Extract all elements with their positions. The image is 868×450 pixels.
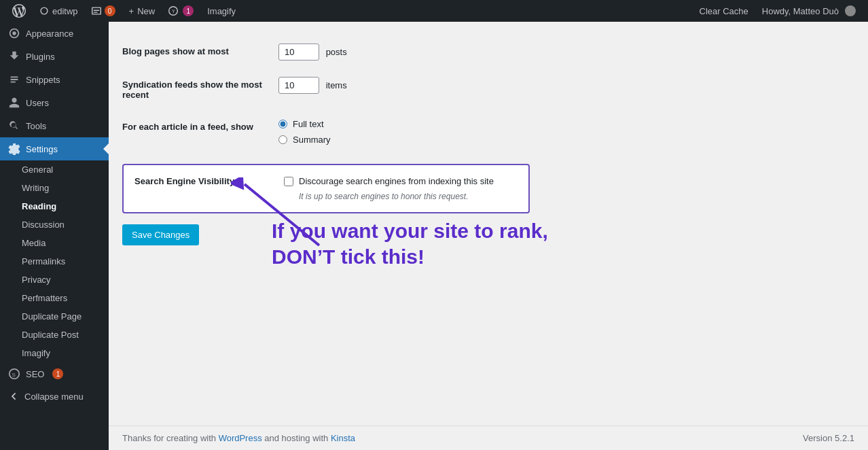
adminbar-right: Clear Cache Howdy, Matteo Duò	[693, 0, 863, 22]
feed-summary-label: Summary	[293, 135, 331, 145]
yoast-badge: 1	[183, 5, 194, 16]
submenu-permalinks[interactable]: Permalinks	[0, 252, 109, 271]
kinsta-link[interactable]: Kinsta	[331, 433, 355, 443]
feed-full-text-option[interactable]: Full text	[278, 119, 591, 129]
syndication-input[interactable]	[278, 77, 319, 94]
blog-pages-unit: posts	[326, 47, 347, 57]
clear-cache-button[interactable]: Clear Cache	[693, 0, 755, 22]
plugins-label: Plugins	[26, 52, 55, 62]
feed-article-cell: Full text Summary	[272, 111, 598, 153]
syndication-unit: items	[326, 80, 347, 90]
svg-point-2	[12, 31, 16, 35]
syndication-label: Syndication feeds show the most recent	[122, 69, 272, 111]
wordpress-link[interactable]: WordPress	[219, 433, 262, 443]
feed-article-label: For each article in a feed, show	[122, 111, 272, 153]
feed-article-row: For each article in a feed, show Full te…	[122, 111, 598, 153]
appearance-label: Appearance	[26, 29, 73, 39]
feed-summary-radio[interactable]	[278, 135, 287, 144]
syndication-cell: items	[272, 69, 598, 111]
blog-pages-cell: posts	[272, 35, 598, 69]
feed-full-text-radio[interactable]	[278, 120, 287, 128]
settings-label: Settings	[26, 144, 58, 154]
comments-button[interactable]: 0	[85, 0, 122, 22]
main-content: Blog pages show at most posts Syndicatio…	[109, 22, 868, 426]
footer-thanks: Thanks for creating with	[122, 433, 219, 443]
submenu-reading[interactable]: Reading	[0, 197, 109, 215]
new-icon: +	[129, 6, 134, 16]
sidebar-item-settings[interactable]: Settings	[0, 137, 109, 160]
wp-footer: Thanks for creating with WordPress and h…	[109, 426, 868, 450]
submenu-perfmatters[interactable]: Perfmatters	[0, 289, 109, 307]
settings-arrow	[103, 143, 109, 154]
svg-text:S: S	[12, 372, 16, 378]
footer-left: Thanks for creating with WordPress and h…	[122, 433, 355, 443]
sidebar-item-seo[interactable]: S SEO 1	[0, 362, 109, 385]
wp-logo-button[interactable]	[5, 0, 33, 22]
admin-bar: editwp 0 + New Y 1 Imagify Clear Cache H…	[0, 0, 868, 22]
submenu-duplicate-post[interactable]: Duplicate Post	[0, 326, 109, 344]
seo-label: SEO	[26, 369, 44, 379]
footer-and: and hosting with	[262, 433, 331, 443]
howdy-label: Howdy, Matteo Duò	[762, 6, 839, 16]
collapse-label: Collapse menu	[24, 392, 84, 402]
settings-submenu: General Writing Reading Discussion Media…	[0, 160, 109, 362]
snippets-label: Snippets	[26, 75, 60, 85]
howdy-menu[interactable]: Howdy, Matteo Duò	[755, 0, 863, 22]
submenu-privacy[interactable]: Privacy	[0, 271, 109, 289]
collapse-menu-button[interactable]: Collapse menu	[0, 385, 109, 407]
admin-menu: Appearance Plugins Snippets Users Tools …	[0, 22, 109, 450]
blog-pages-row: Blog pages show at most posts	[122, 35, 598, 69]
wp-layout: Appearance Plugins Snippets Users Tools …	[0, 22, 868, 450]
clear-cache-label: Clear Cache	[700, 6, 748, 16]
new-label: New	[137, 6, 155, 16]
form-table: Blog pages show at most posts Syndicatio…	[122, 35, 598, 153]
imagify-button[interactable]: Imagify	[200, 0, 242, 22]
seo-badge: 1	[52, 368, 63, 379]
submenu-writing[interactable]: Writing	[0, 179, 109, 197]
tools-label: Tools	[26, 121, 46, 131]
new-content-button[interactable]: + New	[122, 0, 162, 22]
sidebar-item-users[interactable]: Users	[0, 91, 109, 114]
submenu-discussion[interactable]: Discussion	[0, 215, 109, 234]
sidebar-item-tools[interactable]: Tools	[0, 114, 109, 137]
submenu-media[interactable]: Media	[0, 234, 109, 252]
adminbar-left: editwp 0 + New Y 1 Imagify	[5, 0, 693, 22]
submenu-duplicate-page[interactable]: Duplicate Page	[0, 307, 109, 326]
yoast-button[interactable]: Y 1	[162, 0, 200, 22]
main-wrapper: Blog pages show at most posts Syndicatio…	[109, 22, 868, 450]
sidebar-item-plugins[interactable]: Plugins	[0, 45, 109, 68]
site-name-label: editwp	[52, 6, 78, 16]
site-name-button[interactable]: editwp	[33, 0, 85, 22]
feed-full-text-label: Full text	[293, 119, 324, 129]
annotation-text: If you want your site to rank, DON’T tic…	[272, 218, 571, 269]
comment-count: 0	[105, 5, 115, 16]
users-label: Users	[26, 98, 49, 108]
blog-pages-label: Blog pages show at most	[122, 35, 272, 69]
sidebar-item-appearance[interactable]: Appearance	[0, 22, 109, 45]
imagify-label: Imagify	[207, 6, 236, 16]
footer-version: Version 5.2.1	[803, 433, 854, 443]
submenu-general[interactable]: General	[0, 160, 109, 179]
settings-form: Blog pages show at most posts Syndicatio…	[122, 35, 598, 368]
feed-radio-group: Full text Summary	[278, 119, 591, 145]
submenu-imagify[interactable]: Imagify	[0, 344, 109, 362]
syndication-row: Syndication feeds show the most recent i…	[122, 69, 598, 111]
sidebar-item-snippets[interactable]: Snippets	[0, 68, 109, 91]
avatar	[845, 5, 856, 16]
blog-pages-input[interactable]	[278, 44, 319, 60]
svg-text:Y: Y	[172, 9, 175, 14]
feed-summary-option[interactable]: Summary	[278, 135, 591, 145]
